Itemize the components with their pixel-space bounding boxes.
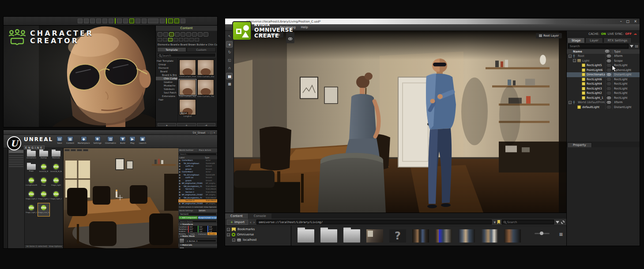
stage-tree-row[interactable]: − Light Scope [567, 59, 640, 64]
content-search-input[interactable] [507, 220, 552, 224]
content-tree-item[interactable]: − localhost [225, 237, 291, 243]
cc-display-icon[interactable] [136, 19, 140, 23]
static-mesh-thumbnail[interactable] [179, 238, 185, 243]
cc-scale-icon[interactable] [109, 19, 113, 23]
ov-tool-button[interactable]: ∩ [226, 65, 233, 71]
cc-tree-item[interactable]: Sideburn [156, 87, 177, 91]
ue-toolbar-button[interactable]: ▥ Cinematics [105, 136, 116, 144]
cc-thumbnail-item[interactable]: Chin Curtain_Sharp [197, 60, 214, 78]
add-component-button[interactable]: + Add Component [179, 216, 198, 219]
cc-edit-texture-icon[interactable] [174, 19, 179, 23]
cc-tree-item[interactable]: Soul Patch [156, 91, 177, 94]
visibility-cell[interactable] [605, 96, 612, 101]
ov-panel-tab[interactable]: Layer [585, 37, 603, 43]
ue-titlebar[interactable]: SV_Street – □ × [4, 130, 217, 135]
ue-toolbar-button[interactable]: ▦ Content [66, 136, 74, 144]
ue-source-row[interactable] [9, 161, 23, 163]
ue-actor-name-field[interactable]: Section3 [179, 213, 217, 216]
cc-light-icon[interactable] [160, 19, 165, 23]
ue-asset-item[interactable]: USD Stage_Live_Sync [38, 203, 49, 216]
thumbnail-size-slider[interactable] [535, 233, 550, 234]
ue-show-button[interactable] [83, 149, 88, 151]
ov-tool-button[interactable]: ↻ [226, 49, 233, 56]
cc-cat-hair-icon[interactable] [169, 32, 174, 37]
content-thumbnail[interactable] [343, 229, 360, 243]
static-mesh-dropdown[interactable]: S_Section_3 [185, 239, 216, 242]
cc-tree-item[interactable]: Chin Curtain [156, 77, 177, 80]
tab-property[interactable]: Property [567, 142, 592, 147]
ue-window-controls[interactable]: – □ × [207, 131, 215, 134]
col-type[interactable]: Type [205, 156, 216, 159]
back-button[interactable]: ‹ [250, 220, 252, 224]
grid-view-icon[interactable]: ▦ [559, 232, 563, 236]
visibility-cell[interactable] [605, 82, 612, 86]
ue-toolbar-button[interactable]: ▼ Build [120, 136, 126, 144]
expand-toggle[interactable]: − [573, 59, 576, 62]
tab-world-outliner[interactable]: World Outliner [178, 148, 198, 152]
cc-cat-acc-icon[interactable] [192, 32, 197, 37]
path-field[interactable]: omniverse://localhost/Library/Living/ [256, 220, 492, 224]
ov-tool-button[interactable]: + [226, 41, 233, 48]
cc-sub-6-icon[interactable] [184, 38, 188, 41]
material-thumbnail[interactable] [179, 247, 185, 248]
cc-search-input[interactable] [162, 54, 214, 57]
stage-tree-row[interactable]: − RectLight6 RectLight [567, 77, 640, 82]
stage-tree-row[interactable]: − World (defaultPrim) Xform [567, 100, 640, 105]
visibility-cell[interactable] [605, 63, 612, 68]
cc-thumbnail-item[interactable]: ChinCurtain_Inverse [179, 60, 196, 78]
ue-outliner-view-options[interactable]: View Options [204, 206, 216, 208]
stage-search-input[interactable] [570, 45, 627, 48]
cc-select-icon[interactable] [90, 19, 95, 23]
cc-rotate-icon[interactable] [102, 19, 107, 23]
stage-tree-row[interactable]: − RectLight3 RectLight [567, 86, 640, 91]
cc-dropdown[interactable] [148, 19, 158, 23]
stage-tree-row[interactable]: − RectLight_1 RectLight [567, 96, 640, 101]
cc-tree-item[interactable]: Group [156, 63, 177, 66]
ue-toolbar-button[interactable]: ▣ Launch [139, 136, 146, 144]
tab-console[interactable]: Console [249, 213, 271, 219]
content-thumbnail[interactable] [389, 229, 406, 243]
cc-tree-item[interactable]: Mustache [156, 84, 177, 87]
ue-asset-item[interactable]: USD Stage_Light_Guard3 [26, 203, 37, 216]
content-tree-item[interactable]: − Bookmarks [225, 227, 291, 232]
expand-toggle[interactable]: − [227, 228, 230, 231]
cc-sub-beard-icon[interactable] [168, 38, 173, 41]
col-type[interactable]: Type [612, 50, 640, 53]
ue-perspective-button[interactable] [71, 149, 76, 151]
visibility-cell[interactable] [605, 100, 612, 105]
cc-cat-scene-icon[interactable] [203, 32, 208, 37]
ue-asset-item[interactable]: Props [26, 162, 37, 175]
cc-tree-item[interactable]: Beard [156, 70, 177, 73]
ue-source-row[interactable] [9, 155, 23, 156]
cc-cat-body-icon[interactable] [198, 32, 203, 37]
col-visibility-icon[interactable] [605, 50, 612, 53]
cc-breadcrumb[interactable]: Element ▸ Beard ▸ Beard Brown Builder ▸ … [156, 42, 217, 47]
cc-footer-button[interactable]: ⇥ [197, 123, 215, 126]
stage-tree-row[interactable]: − RectLight5 RectLight [567, 63, 640, 68]
content-thumbnail[interactable] [412, 229, 429, 243]
stage-tree-row[interactable]: − Root Xform [567, 54, 640, 59]
expand-toggle[interactable]: − [227, 233, 230, 236]
visibility-cell[interactable] [605, 68, 612, 73]
ov-tool-button[interactable]: ■ [226, 81, 233, 87]
cc-cat-skin-icon[interactable] [158, 32, 162, 37]
gear-icon[interactable] [561, 220, 565, 224]
ue-viewport[interactable] [64, 148, 178, 248]
cc-tree-item[interactable]: Element [156, 66, 177, 70]
ue-lit-button[interactable] [77, 149, 82, 151]
content-thumbnail[interactable] [504, 229, 521, 243]
content-thumbnail[interactable] [481, 229, 498, 243]
ov-panel-tab[interactable]: Stage [567, 37, 585, 43]
cc-sub-7-icon[interactable] [189, 38, 194, 41]
ue-asset-item[interactable]: USD Stage_Light_Guard1 [38, 190, 49, 202]
cc-view-icon[interactable] [129, 19, 134, 23]
cc-cat-eyes-icon[interactable] [163, 32, 168, 37]
cc-tree-item[interactable]: Hair Template [156, 59, 177, 63]
tab-content[interactable]: Content [225, 213, 248, 219]
tab-world-settings[interactable]: World Settings [178, 209, 198, 212]
cc-thumbnail-item[interactable]: Chin Curtain_Stylized [179, 79, 196, 98]
cc-sub-5-icon[interactable] [179, 38, 183, 41]
cc-edit-mesh-icon[interactable] [168, 19, 173, 23]
cc-viewport[interactable]: CHARACTER CREATOR [4, 26, 155, 127]
stage-options-icon[interactable]: ▤ [635, 44, 638, 48]
